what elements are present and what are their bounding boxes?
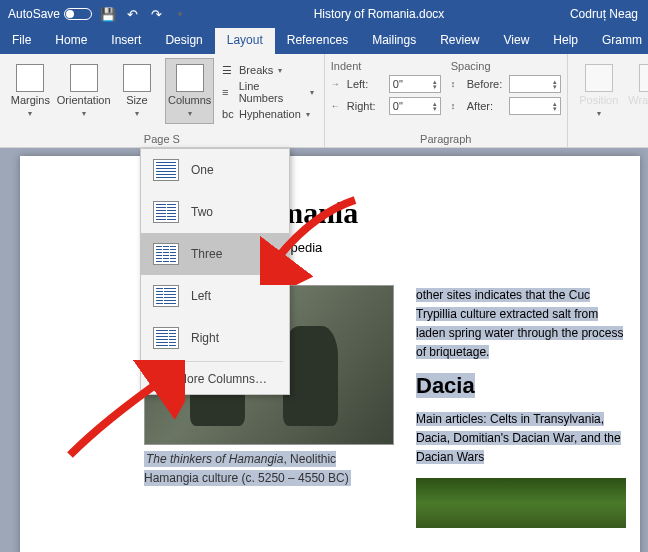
size-label: Size: [126, 94, 147, 106]
orientation-button[interactable]: Orientation ▾: [59, 58, 109, 124]
paragraph-group-label: Paragraph: [331, 131, 561, 145]
margins-icon: [16, 64, 44, 92]
chevron-down-icon: ▾: [188, 109, 192, 118]
user-name: Codruț Neag: [570, 7, 648, 21]
spacing-after-input[interactable]: ▴▾: [509, 97, 561, 115]
indent-left-row: → Left: 0"▴▾: [331, 74, 441, 94]
chevron-down-icon: ▾: [310, 88, 314, 97]
spacing-before-input[interactable]: ▴▾: [509, 75, 561, 93]
spacing-before-icon: ↕: [451, 79, 463, 89]
autosave-label: AutoSave: [8, 7, 60, 21]
body-text-2: Main articles: Celts in Transylvania, Da…: [416, 412, 621, 464]
chevron-down-icon: ▾: [597, 109, 601, 118]
chevron-down-icon: ▾: [28, 109, 32, 118]
arrange-group-label: [574, 143, 648, 145]
tab-view[interactable]: View: [492, 28, 542, 54]
tab-mailings[interactable]: Mailings: [360, 28, 428, 54]
tab-file[interactable]: File: [0, 28, 43, 54]
position-label: Position: [579, 94, 618, 106]
three-column-icon: [153, 243, 179, 265]
one-column-icon: [153, 159, 179, 181]
annotation-arrow-icon: [260, 195, 360, 285]
indent-right-input[interactable]: 0"▴▾: [389, 97, 441, 115]
indent-left-input[interactable]: 0"▴▾: [389, 75, 441, 93]
spacing-header: Spacing: [451, 60, 561, 72]
image-landscape: [416, 478, 626, 528]
menu-label: Three: [191, 247, 222, 261]
body-text-1: other sites indicates that the Cuc Trypi…: [416, 288, 623, 359]
margins-button[interactable]: Margins ▾: [6, 58, 55, 124]
line-numbers-label: Line Numbers: [239, 80, 305, 104]
indent-header: Indent: [331, 60, 441, 72]
group-paragraph: Indent → Left: 0"▴▾ ← Right: 0"▴▾ Spacin…: [325, 54, 568, 147]
breaks-label: Breaks: [239, 64, 273, 76]
wrap-text-button: Wrap Text ▾: [628, 58, 648, 124]
tab-home[interactable]: Home: [43, 28, 99, 54]
orientation-icon: [70, 64, 98, 92]
menu-label: One: [191, 163, 214, 177]
chevron-down-icon: ▾: [82, 109, 86, 118]
page-setup-group-label: Page S: [6, 131, 318, 145]
breaks-button[interactable]: ☰Breaks ▾: [218, 60, 318, 80]
title-bar: AutoSave 💾 ↶ ↷ ▼ History of Romania.docx…: [0, 0, 648, 28]
line-numbers-icon: ≡: [222, 86, 234, 98]
columns-option-one[interactable]: One: [141, 149, 289, 191]
indent-left-value: 0": [393, 78, 403, 90]
tab-design[interactable]: Design: [153, 28, 214, 54]
tab-help[interactable]: Help: [541, 28, 590, 54]
size-icon: [123, 64, 151, 92]
indent-left-icon: →: [331, 79, 343, 89]
tab-insert[interactable]: Insert: [99, 28, 153, 54]
wrap-text-label: Wrap Text: [628, 94, 648, 106]
spacing-before-label: Before:: [467, 78, 505, 90]
tab-review[interactable]: Review: [428, 28, 491, 54]
position-icon: [585, 64, 613, 92]
left-column-icon: [153, 285, 179, 307]
qat-dropdown-icon[interactable]: ▼: [172, 6, 188, 22]
spacing-after-row: ↕ After: ▴▾: [451, 96, 561, 116]
undo-icon[interactable]: ↶: [124, 6, 140, 22]
autosave-toggle[interactable]: AutoSave: [8, 7, 92, 21]
right-column-icon: [153, 327, 179, 349]
position-button: Position ▾: [574, 58, 624, 124]
hyphenation-button[interactable]: bcHyphenation ▾: [218, 104, 318, 124]
indent-right-value: 0": [393, 100, 403, 112]
spinner-icon[interactable]: ▴▾: [433, 101, 437, 111]
spacing-after-icon: ↕: [451, 101, 463, 111]
menu-label: Two: [191, 205, 213, 219]
columns-button[interactable]: Columns ▾: [165, 58, 214, 124]
hyphenation-icon: bc: [222, 108, 234, 120]
menu-label: Left: [191, 289, 211, 303]
chevron-down-icon: ▾: [135, 109, 139, 118]
toggle-off-icon: [64, 8, 92, 20]
tab-references[interactable]: References: [275, 28, 360, 54]
hyphenation-label: Hyphenation: [239, 108, 301, 120]
spacing-after-label: After:: [467, 100, 505, 112]
wrap-text-icon: [639, 64, 648, 92]
spinner-icon[interactable]: ▴▾: [553, 79, 557, 89]
chevron-down-icon: ▾: [278, 66, 282, 75]
menu-label: Right: [191, 331, 219, 345]
breaks-icon: ☰: [222, 64, 234, 76]
redo-icon[interactable]: ↷: [148, 6, 164, 22]
ribbon: Margins ▾ Orientation ▾ Size ▾ Columns ▾…: [0, 54, 648, 148]
margins-label: Margins: [11, 94, 50, 106]
columns-option-right[interactable]: Right: [141, 317, 289, 359]
tab-layout[interactable]: Layout: [215, 28, 275, 54]
indent-right-row: ← Right: 0"▴▾: [331, 96, 441, 116]
spinner-icon[interactable]: ▴▾: [553, 101, 557, 111]
spacing-before-row: ↕ Before: ▴▾: [451, 74, 561, 94]
indent-left-label: Left:: [347, 78, 385, 90]
line-numbers-button[interactable]: ≡Line Numbers ▾: [218, 82, 318, 102]
save-icon[interactable]: 💾: [100, 6, 116, 22]
annotation-arrow-icon: [65, 360, 185, 460]
tab-grammarly[interactable]: Gramm: [590, 28, 648, 54]
menu-label: More Columns…: [177, 372, 267, 386]
indent-right-icon: ←: [331, 101, 343, 111]
group-page-setup: Margins ▾ Orientation ▾ Size ▾ Columns ▾…: [0, 54, 325, 147]
size-button[interactable]: Size ▾: [113, 58, 162, 124]
chevron-down-icon: ▾: [306, 110, 310, 119]
spinner-icon[interactable]: ▴▾: [433, 79, 437, 89]
orientation-label: Orientation: [57, 94, 111, 106]
document-title: History of Romania.docx: [188, 7, 570, 21]
